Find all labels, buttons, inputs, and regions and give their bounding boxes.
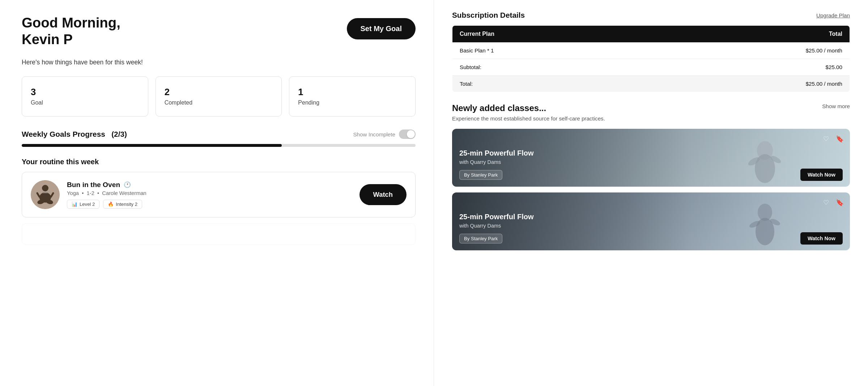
routine-title: Your routine this week bbox=[22, 158, 416, 166]
watch-now-button-1[interactable]: Watch Now bbox=[800, 169, 843, 181]
plan-total-2: $25.00 bbox=[647, 59, 850, 76]
class-name-1: 25-min Powerful Flow bbox=[459, 148, 843, 158]
heart-icon-2[interactable]: ♡ bbox=[821, 198, 831, 208]
class-card-1: ♡ 🔖 25-min Powerful Flow with Quarry Dam… bbox=[452, 129, 850, 187]
svg-point-1 bbox=[42, 185, 48, 191]
header-row: Good Morning, Kevin P Set My Goal bbox=[22, 14, 416, 48]
stat-card-goal: 3 Goal bbox=[22, 76, 148, 116]
stat-label-goal: Goal bbox=[31, 99, 43, 106]
show-incomplete-label: Show Incomplete bbox=[353, 131, 395, 137]
routine-name: Bun in the Oven bbox=[67, 181, 120, 189]
col1-header: Current Plan bbox=[452, 26, 647, 43]
show-more-link[interactable]: Show more bbox=[822, 103, 850, 109]
classes-title: Newly added classes... bbox=[452, 103, 546, 113]
watch-button[interactable]: Watch bbox=[359, 184, 407, 205]
clock-icon: 🕐 bbox=[124, 181, 131, 188]
stat-number-goal: 3 bbox=[31, 87, 139, 97]
routine-card: Bun in the Oven 🕐 Yoga • 1-2 • Carole We… bbox=[22, 172, 416, 217]
plan-total-3: $25.00 / month bbox=[647, 76, 850, 92]
routine-level-number: 1-2 bbox=[87, 190, 94, 196]
class-sub-2: with Quarry Dams bbox=[459, 223, 843, 229]
greeting-line1: Good Morning, bbox=[22, 14, 120, 31]
table-row: Subtotal: $25.00 bbox=[452, 59, 850, 76]
progress-fraction: (2/3) bbox=[111, 130, 127, 138]
by-label-2: By Stanley Park bbox=[459, 234, 502, 243]
intensity-tag: 🔥 Intensity 2 bbox=[103, 200, 142, 209]
class-bottom-row-2: By Stanley Park Watch Now bbox=[459, 232, 843, 245]
progress-header: Weekly Goals Progress (2/3) Show Incompl… bbox=[22, 130, 416, 139]
routine-section: Your routine this week bbox=[22, 158, 416, 245]
level-tag-icon: 📊 bbox=[72, 202, 77, 207]
set-goal-button[interactable]: Set My Goal bbox=[347, 18, 416, 39]
routine-tags: 📊 Level 2 🔥 Intensity 2 bbox=[67, 200, 352, 209]
progress-title-text: Weekly Goals Progress bbox=[22, 130, 105, 138]
classes-subtitle: Experience the most established source f… bbox=[452, 115, 850, 122]
col2-header: Total bbox=[647, 26, 850, 43]
heart-icon-1[interactable]: ♡ bbox=[821, 134, 831, 144]
class-card-1-actions: ♡ 🔖 bbox=[821, 134, 845, 144]
plan-name-1: Basic Plan * 1 bbox=[452, 42, 647, 59]
stat-number-pending: 1 bbox=[298, 87, 407, 97]
routine-avatar bbox=[31, 180, 60, 209]
left-panel: Good Morning, Kevin P Set My Goal Here's… bbox=[0, 0, 434, 386]
plan-name-3: Total: bbox=[452, 76, 647, 92]
table-row: Total: $25.00 / month bbox=[452, 76, 850, 92]
by-label-1: By Stanley Park bbox=[459, 170, 502, 180]
plan-total-1: $25.00 / month bbox=[647, 42, 850, 59]
stats-row: 3 Goal 2 Completed 1 Pending bbox=[22, 76, 416, 116]
right-panel: Subscription Details Upgrade Plan Curren… bbox=[434, 0, 868, 386]
intensity-tag-icon: 🔥 bbox=[108, 202, 114, 207]
classes-header: Newly added classes... Show more bbox=[452, 103, 850, 113]
bookmark-icon-2[interactable]: 🔖 bbox=[835, 198, 845, 208]
upgrade-plan-link[interactable]: Upgrade Plan bbox=[816, 12, 850, 18]
routine-info: Bun in the Oven 🕐 Yoga • 1-2 • Carole We… bbox=[67, 181, 352, 209]
greeting: Good Morning, Kevin P bbox=[22, 14, 120, 48]
routine-instructor: Carole Westerman bbox=[102, 190, 146, 196]
routine-name-row: Bun in the Oven 🕐 bbox=[67, 181, 352, 189]
class-card-1-content: 25-min Powerful Flow with Quarry Dams By… bbox=[452, 141, 850, 187]
toggle-row: Show Incomplete bbox=[353, 130, 416, 139]
class-card-2: ♡ 🔖 25-min Powerful Flow with Quarry Dam… bbox=[452, 192, 850, 250]
progress-bar-container bbox=[22, 144, 416, 147]
svg-rect-7 bbox=[42, 192, 48, 193]
stat-label-completed: Completed bbox=[165, 99, 192, 106]
stat-number-completed: 2 bbox=[165, 87, 273, 97]
show-incomplete-toggle[interactable] bbox=[399, 130, 416, 139]
table-row: Basic Plan * 1 $25.00 / month bbox=[452, 42, 850, 59]
bookmark-icon-1[interactable]: 🔖 bbox=[835, 134, 845, 144]
watch-now-button-2[interactable]: Watch Now bbox=[800, 232, 843, 245]
class-name-2: 25-min Powerful Flow bbox=[459, 212, 843, 221]
stat-label-pending: Pending bbox=[298, 99, 319, 106]
stat-card-completed: 2 Completed bbox=[156, 76, 282, 116]
progress-bar-fill bbox=[22, 144, 282, 147]
greeting-line2: Kevin P bbox=[22, 31, 120, 48]
routine-meta: Yoga • 1-2 • Carole Westerman bbox=[67, 190, 352, 196]
plan-name-2: Subtotal: bbox=[452, 59, 647, 76]
class-bottom-row-1: By Stanley Park Watch Now bbox=[459, 169, 843, 181]
class-card-2-content: 25-min Powerful Flow with Quarry Dams By… bbox=[452, 205, 850, 250]
stat-card-pending: 1 Pending bbox=[289, 76, 416, 116]
subscription-table: Current Plan Total Basic Plan * 1 $25.00… bbox=[452, 25, 850, 92]
class-sub-1: with Quarry Dams bbox=[459, 159, 843, 165]
progress-title: Weekly Goals Progress (2/3) bbox=[22, 130, 127, 139]
subscription-header: Subscription Details Upgrade Plan bbox=[452, 11, 850, 20]
subscription-title: Subscription Details bbox=[452, 11, 525, 20]
routine-category: Yoga bbox=[67, 190, 79, 196]
week-subtitle: Here's how things have been for this wee… bbox=[22, 59, 416, 66]
progress-section: Weekly Goals Progress (2/3) Show Incompl… bbox=[22, 130, 416, 147]
class-card-2-actions: ♡ 🔖 bbox=[821, 198, 845, 208]
routine-card-2 bbox=[22, 223, 416, 245]
level-tag: 📊 Level 2 bbox=[67, 200, 99, 209]
